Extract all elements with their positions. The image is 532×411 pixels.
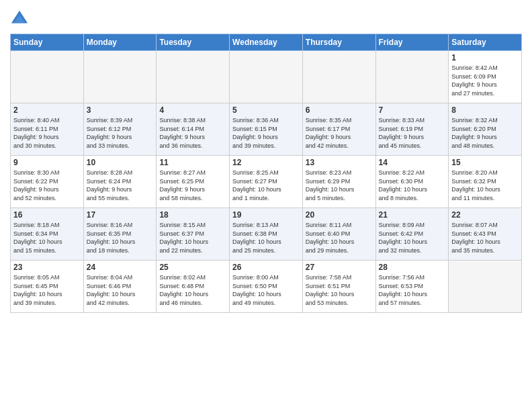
day-number: 26 [232,263,300,272]
calendar-day-cell: 22Sunrise: 8:07 AM Sunset: 6:43 PM Dayli… [449,208,522,261]
day-info: Sunrise: 8:22 AM Sunset: 6:30 PM Dayligh… [379,169,446,202]
calendar-day-cell: 23Sunrise: 8:05 AM Sunset: 6:45 PM Dayli… [11,261,84,313]
day-info: Sunrise: 8:18 AM Sunset: 6:34 PM Dayligh… [13,221,81,255]
calendar-day-cell: 14Sunrise: 8:22 AM Sunset: 6:30 PM Dayli… [375,156,449,208]
day-number: 23 [13,263,81,272]
day-number: 24 [87,263,154,272]
calendar-day-cell: 24Sunrise: 8:04 AM Sunset: 6:46 PM Dayli… [83,261,157,313]
calendar-day-cell: 4Sunrise: 8:38 AM Sunset: 6:14 PM Daylig… [157,103,230,156]
calendar-day-cell: 26Sunrise: 8:00 AM Sunset: 6:50 PM Dayli… [230,261,303,313]
day-number: 2 [13,105,81,115]
calendar-day-cell: 7Sunrise: 8:33 AM Sunset: 6:19 PM Daylig… [375,103,449,156]
calendar-day-cell: 20Sunrise: 8:11 AM Sunset: 6:40 PM Dayli… [302,208,375,261]
day-info: Sunrise: 8:02 AM Sunset: 6:48 PM Dayligh… [159,273,226,307]
calendar-day-cell [83,51,157,103]
logo [10,9,30,28]
day-number: 16 [13,210,81,220]
calendar-day-header: Thursday [302,34,375,51]
calendar-day-cell [230,51,303,103]
calendar-day-header: Tuesday [157,34,230,51]
calendar-day-cell [157,51,230,103]
calendar-week-row: 23Sunrise: 8:05 AM Sunset: 6:45 PM Dayli… [11,261,522,313]
calendar-day-cell: 15Sunrise: 8:20 AM Sunset: 6:32 PM Dayli… [449,156,522,208]
day-number: 17 [87,210,154,220]
calendar-week-row: 16Sunrise: 8:18 AM Sunset: 6:34 PM Dayli… [11,208,522,261]
day-info: Sunrise: 8:42 AM Sunset: 6:09 PM Dayligh… [451,64,519,97]
day-info: Sunrise: 7:56 AM Sunset: 6:53 PM Dayligh… [379,273,446,307]
day-number: 1 [451,53,519,62]
day-info: Sunrise: 8:30 AM Sunset: 6:22 PM Dayligh… [13,169,81,202]
calendar-day-cell: 13Sunrise: 8:23 AM Sunset: 6:29 PM Dayli… [302,156,375,208]
calendar-day-header: Monday [83,34,157,51]
calendar-day-cell: 10Sunrise: 8:28 AM Sunset: 6:24 PM Dayli… [83,156,157,208]
calendar-day-cell: 3Sunrise: 8:39 AM Sunset: 6:12 PM Daylig… [83,103,157,156]
day-info: Sunrise: 7:58 AM Sunset: 6:51 PM Dayligh… [306,273,373,307]
day-info: Sunrise: 8:23 AM Sunset: 6:29 PM Dayligh… [306,169,373,202]
day-info: Sunrise: 8:16 AM Sunset: 6:35 PM Dayligh… [87,221,154,255]
calendar-day-cell: 6Sunrise: 8:35 AM Sunset: 6:17 PM Daylig… [302,103,375,156]
day-number: 13 [306,158,373,167]
day-number: 20 [306,210,373,220]
day-number: 9 [13,158,81,167]
calendar-day-cell: 11Sunrise: 8:27 AM Sunset: 6:25 PM Dayli… [157,156,230,208]
calendar-day-cell [449,261,522,313]
calendar-header-row: SundayMondayTuesdayWednesdayThursdayFrid… [11,34,522,51]
day-number: 15 [451,158,519,167]
calendar-day-cell: 2Sunrise: 8:40 AM Sunset: 6:11 PM Daylig… [11,103,84,156]
calendar-day-cell: 21Sunrise: 8:09 AM Sunset: 6:42 PM Dayli… [375,208,449,261]
day-info: Sunrise: 8:28 AM Sunset: 6:24 PM Dayligh… [87,169,154,202]
calendar-table: SundayMondayTuesdayWednesdayThursdayFrid… [10,34,522,313]
calendar-day-cell: 28Sunrise: 7:56 AM Sunset: 6:53 PM Dayli… [375,261,449,313]
day-number: 25 [159,263,226,272]
calendar-day-cell: 18Sunrise: 8:15 AM Sunset: 6:37 PM Dayli… [157,208,230,261]
calendar-week-row: 1Sunrise: 8:42 AM Sunset: 6:09 PM Daylig… [11,51,522,103]
day-info: Sunrise: 8:33 AM Sunset: 6:19 PM Dayligh… [379,116,446,150]
day-info: Sunrise: 8:32 AM Sunset: 6:20 PM Dayligh… [451,116,519,150]
calendar-day-cell: 19Sunrise: 8:13 AM Sunset: 6:38 PM Dayli… [230,208,303,261]
day-info: Sunrise: 8:09 AM Sunset: 6:42 PM Dayligh… [379,221,446,255]
day-number: 5 [232,105,300,115]
logo-icon [10,9,29,28]
day-number: 8 [451,105,519,115]
calendar-day-cell [375,51,449,103]
calendar-day-cell: 27Sunrise: 7:58 AM Sunset: 6:51 PM Dayli… [302,261,375,313]
day-info: Sunrise: 8:05 AM Sunset: 6:45 PM Dayligh… [13,273,81,307]
calendar-day-header: Sunday [11,34,84,51]
calendar-day-cell: 17Sunrise: 8:16 AM Sunset: 6:35 PM Dayli… [83,208,157,261]
calendar-day-cell: 12Sunrise: 8:25 AM Sunset: 6:27 PM Dayli… [230,156,303,208]
day-info: Sunrise: 8:39 AM Sunset: 6:12 PM Dayligh… [87,116,154,150]
calendar-day-header: Saturday [449,34,522,51]
day-number: 21 [379,210,446,220]
day-number: 3 [87,105,154,115]
day-number: 10 [87,158,154,167]
calendar-day-cell: 25Sunrise: 8:02 AM Sunset: 6:48 PM Dayli… [157,261,230,313]
day-number: 28 [379,263,446,272]
calendar-day-cell: 8Sunrise: 8:32 AM Sunset: 6:20 PM Daylig… [449,103,522,156]
calendar-day-cell [11,51,84,103]
day-number: 22 [451,210,519,220]
day-info: Sunrise: 8:27 AM Sunset: 6:25 PM Dayligh… [159,169,226,202]
day-info: Sunrise: 8:38 AM Sunset: 6:14 PM Dayligh… [159,116,226,150]
calendar-week-row: 2Sunrise: 8:40 AM Sunset: 6:11 PM Daylig… [11,103,522,156]
day-info: Sunrise: 8:15 AM Sunset: 6:37 PM Dayligh… [159,221,226,255]
calendar-page: SundayMondayTuesdayWednesdayThursdayFrid… [0,0,532,411]
day-number: 11 [159,158,226,167]
day-number: 7 [379,105,446,115]
day-number: 12 [232,158,300,167]
day-info: Sunrise: 8:25 AM Sunset: 6:27 PM Dayligh… [232,169,300,202]
calendar-day-cell: 1Sunrise: 8:42 AM Sunset: 6:09 PM Daylig… [449,51,522,103]
header [10,7,522,28]
day-number: 14 [379,158,446,167]
calendar-day-header: Wednesday [230,34,303,51]
day-info: Sunrise: 8:40 AM Sunset: 6:11 PM Dayligh… [13,116,81,150]
calendar-day-cell [302,51,375,103]
day-info: Sunrise: 8:11 AM Sunset: 6:40 PM Dayligh… [306,221,373,255]
day-number: 19 [232,210,300,220]
calendar-day-cell: 5Sunrise: 8:36 AM Sunset: 6:15 PM Daylig… [230,103,303,156]
calendar-week-row: 9Sunrise: 8:30 AM Sunset: 6:22 PM Daylig… [11,156,522,208]
day-number: 18 [159,210,226,220]
day-info: Sunrise: 8:00 AM Sunset: 6:50 PM Dayligh… [232,273,300,307]
day-info: Sunrise: 8:36 AM Sunset: 6:15 PM Dayligh… [232,116,300,150]
day-number: 27 [306,263,373,272]
day-info: Sunrise: 8:04 AM Sunset: 6:46 PM Dayligh… [87,273,154,307]
